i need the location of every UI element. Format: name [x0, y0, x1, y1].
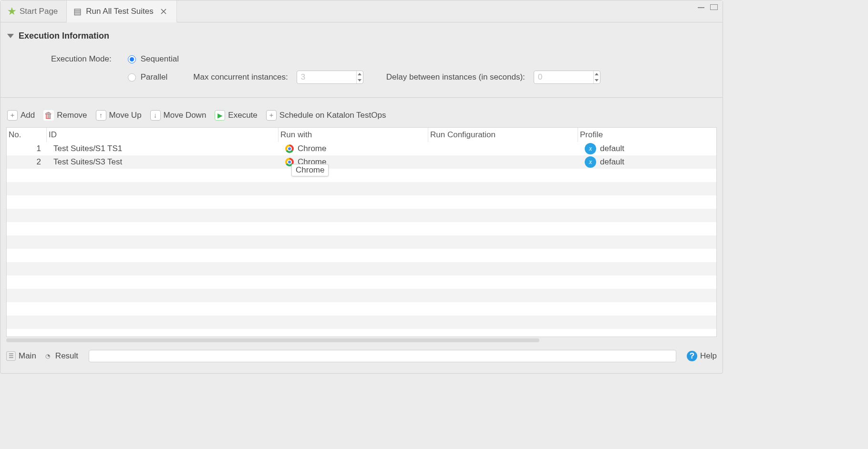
col-run-with[interactable]: Run with — [279, 128, 428, 142]
collapse-triangle-icon[interactable] — [7, 34, 14, 38]
cell-id[interactable]: Test Suites/S3 Test — [47, 157, 279, 167]
execute-button[interactable]: ▶Execute — [215, 110, 257, 121]
max-concurrent-input[interactable]: 3 — [297, 71, 363, 84]
cell-run-with[interactable]: Chrome — [279, 144, 428, 153]
table-row[interactable]: 2 Test Suites/S3 Test Chrome xdefault — [7, 155, 716, 169]
sequential-radio-label: Sequential — [141, 54, 179, 64]
table-row — [7, 195, 716, 209]
test-suite-collection-icon — [73, 7, 83, 16]
maximize-icon[interactable] — [710, 4, 718, 10]
table-row — [7, 316, 716, 329]
col-run-config[interactable]: Run Configuration — [428, 128, 578, 142]
cell-id[interactable]: Test Suites/S1 TS1 — [47, 144, 279, 153]
remove-button[interactable]: 🗑Remove — [43, 110, 87, 121]
cell-profile[interactable]: xdefault — [578, 143, 716, 154]
test-suites-table: No. ID Run with Run Configuration Profil… — [6, 127, 717, 337]
window-controls — [698, 4, 718, 10]
list-icon: ☰ — [6, 351, 16, 361]
help-button[interactable]: ?Help — [687, 351, 717, 361]
tooltip: Chrome — [291, 164, 329, 176]
execution-mode-row-parallel: Execution Mode: Parallel Max concurrent … — [10, 71, 713, 84]
table-body[interactable]: 1 Test Suites/S1 TS1 Chrome xdefault 2 T… — [7, 142, 716, 337]
help-icon: ? — [687, 351, 697, 361]
star-icon: ★ — [7, 5, 17, 18]
main-tab[interactable]: ☰Main — [6, 351, 36, 361]
table-row — [7, 169, 716, 182]
table-row — [7, 235, 716, 249]
plus-icon: ＋ — [7, 110, 18, 121]
plus-icon: ＋ — [266, 110, 277, 121]
profile-icon: x — [585, 143, 596, 154]
delay-input[interactable]: 0 — [534, 71, 600, 84]
tab-label: Run All Test Suites — [86, 7, 153, 16]
table-row — [7, 182, 716, 195]
chrome-icon — [285, 144, 294, 153]
profile-icon: x — [585, 156, 596, 168]
table-row — [7, 209, 716, 222]
scrollbar-thumb[interactable] — [6, 338, 539, 342]
table-row — [7, 249, 716, 262]
execution-information-header[interactable]: Execution Information — [0, 22, 723, 46]
execution-mode-row-sequential: Execution Mode: Sequential — [10, 54, 713, 64]
col-no[interactable]: No. — [7, 128, 47, 142]
table-toolbar: ＋Add 🗑Remove ↑Move Up ↓Move Down ▶Execut… — [0, 98, 723, 127]
cell-profile[interactable]: xdefault — [578, 156, 716, 168]
spinner-handle[interactable] — [593, 71, 600, 83]
tab-bar: ★ Start Page Run All Test Suites — [0, 0, 723, 22]
max-concurrent-value: 3 — [301, 72, 305, 82]
result-tab[interactable]: ◔Result — [43, 351, 78, 361]
table-row[interactable]: 1 Test Suites/S1 TS1 Chrome xdefault — [7, 142, 716, 155]
table-row — [7, 222, 716, 235]
max-concurrent-label: Max concurrent instances: — [193, 72, 288, 82]
parallel-radio[interactable] — [128, 73, 136, 82]
execution-mode-label: Execution Mode: — [51, 54, 112, 64]
tab-start-page[interactable]: ★ Start Page — [0, 0, 67, 22]
tab-run-all-test-suites[interactable]: Run All Test Suites — [67, 0, 176, 22]
pie-chart-icon: ◔ — [43, 351, 52, 361]
trash-icon: 🗑 — [43, 110, 54, 121]
delay-value: 0 — [538, 72, 542, 82]
parallel-radio-label: Parallel — [141, 72, 168, 82]
table-row — [7, 302, 716, 316]
arrow-down-icon: ↓ — [150, 110, 161, 121]
cell-no: 2 — [7, 157, 47, 167]
execution-information-panel: Execution Mode: Sequential Execution Mod… — [0, 46, 723, 98]
move-up-button[interactable]: ↑Move Up — [96, 110, 142, 121]
table-header: No. ID Run with Run Configuration Profil… — [7, 128, 716, 142]
close-icon[interactable] — [159, 7, 168, 16]
table-row — [7, 262, 716, 276]
horizontal-scrollbar[interactable] — [6, 337, 717, 344]
play-icon: ▶ — [215, 110, 225, 121]
col-id[interactable]: ID — [47, 128, 279, 142]
section-title: Execution Information — [19, 31, 109, 41]
move-down-button[interactable]: ↓Move Down — [150, 110, 207, 121]
schedule-testops-button[interactable]: ＋Schedule on Katalon TestOps — [266, 110, 386, 121]
cell-no: 1 — [7, 144, 47, 153]
spinner-handle[interactable] — [356, 71, 363, 83]
arrow-up-icon: ↑ — [96, 110, 106, 121]
tab-label: Start Page — [20, 7, 58, 16]
sequential-radio[interactable] — [128, 55, 136, 63]
table-row — [7, 289, 716, 302]
test-suite-collection-editor: ★ Start Page Run All Test Suites Executi… — [0, 0, 723, 374]
add-button[interactable]: ＋Add — [7, 110, 35, 121]
col-profile[interactable]: Profile — [578, 128, 716, 142]
footer-bar: ☰Main ◔Result ?Help — [0, 347, 723, 366]
table-row — [7, 276, 716, 289]
delay-label: Delay between instances (in seconds): — [386, 72, 525, 82]
minimize-icon[interactable] — [698, 7, 704, 8]
footer-input[interactable] — [89, 350, 676, 362]
